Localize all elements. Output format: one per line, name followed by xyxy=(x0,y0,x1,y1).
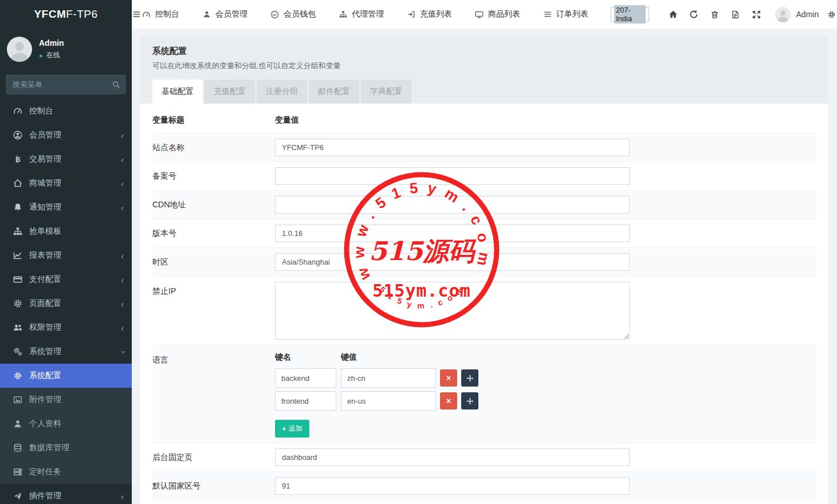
move-row-button[interactable] xyxy=(461,392,478,410)
topnav-item-agents[interactable]: 代理管理 xyxy=(338,9,384,19)
sidebar-menu: 控制台 会员管理 ‹ B 交易管理 ‹ 商城管理 ‹ 通知管理 ‹ 抢单模板 xyxy=(0,99,132,504)
chevron-left-icon: ‹ xyxy=(121,155,124,164)
topnav-right: 207-India Admin xyxy=(611,0,837,29)
sidebar-item-reports[interactable]: 报表管理 ‹ xyxy=(0,243,132,267)
sidebar: YFCMF-TP6 Admin ●在线 控制台 会员管理 ‹ B 交易管理 ‹ xyxy=(0,0,132,504)
move-icon xyxy=(465,373,475,383)
admin-name: Admin xyxy=(796,10,819,19)
brand-rest: F-TP6 xyxy=(66,8,97,21)
sidebar-item-cron[interactable]: 定时任务 xyxy=(0,460,132,484)
sidebar-item-plugins[interactable]: 插件管理 ‹ xyxy=(0,484,132,504)
search-button[interactable] xyxy=(107,76,125,93)
sidebar-item-permissions[interactable]: 权限管理 ‹ xyxy=(0,316,132,340)
clear-cache-button[interactable] xyxy=(725,0,746,29)
sidebar-item-trade[interactable]: B 交易管理 ‹ xyxy=(0,147,132,171)
main-content: 系统配置 可以在此增改系统的变量和分组,也可以自定义分组和变量 基础配置 充值配… xyxy=(132,29,837,504)
settings-button[interactable] xyxy=(824,0,837,29)
sidebar-item-grab-template[interactable]: 抢单模板 xyxy=(0,219,132,243)
tab-dict-config[interactable]: 字典配置 xyxy=(361,80,411,104)
database-icon xyxy=(13,443,22,452)
sidebar-item-profile[interactable]: 个人资料 xyxy=(0,412,132,436)
config-rows: 站点名称 备案号 CDN地址 版本号 时区 xyxy=(152,133,816,504)
site-code-box[interactable]: 207-India xyxy=(611,7,649,22)
panel-body: 变量标题 变量值 站点名称 备案号 CDN地址 版本号 xyxy=(140,104,828,504)
server-icon xyxy=(13,467,22,477)
delete-row-button[interactable]: × xyxy=(440,392,457,410)
gear-icon xyxy=(13,299,22,308)
admin-fixed-page-input[interactable] xyxy=(275,448,630,466)
tab-mail-config[interactable]: 邮件配置 xyxy=(309,80,359,104)
brand-bold: YFCM xyxy=(34,8,66,21)
page-title: 系统配置 xyxy=(152,46,816,57)
tab-basic-config[interactable]: 基础配置 xyxy=(152,80,203,104)
chevron-left-icon: ‹ xyxy=(121,492,124,501)
append-button[interactable]: +追加 xyxy=(275,420,309,438)
credit-card-icon xyxy=(13,275,22,284)
fullscreen-button[interactable] xyxy=(746,0,767,29)
version-input[interactable] xyxy=(275,225,630,242)
column-header-value: 变量值 xyxy=(275,115,299,125)
refresh-button[interactable] xyxy=(683,0,704,29)
svg-text:B: B xyxy=(15,156,21,164)
chevron-left-icon: ‹ xyxy=(121,324,124,332)
table-row: 版本号 xyxy=(152,219,816,247)
trash-button[interactable] xyxy=(704,0,725,29)
lang-key-input[interactable] xyxy=(275,368,336,388)
tab-recharge-config[interactable]: 充值配置 xyxy=(205,80,255,104)
site-name-input[interactable] xyxy=(275,139,630,156)
config-tabs: 基础配置 充值配置 注册分组 邮件配置 字典配置 xyxy=(152,80,816,104)
system-config-panel: 系统配置 可以在此增改系统的变量和分组,也可以自定义分组和变量 基础配置 充值配… xyxy=(140,37,828,504)
timezone-input[interactable] xyxy=(275,253,630,271)
lang-value-input[interactable] xyxy=(341,368,436,388)
delete-row-button[interactable]: × xyxy=(440,369,457,387)
banned-ip-textarea[interactable] xyxy=(275,282,630,340)
chevron-left-icon: ‹ xyxy=(121,131,124,140)
table-row: 禁止IP xyxy=(152,276,816,345)
sidebar-item-attachments[interactable]: 附件管理 xyxy=(0,388,132,412)
sidebar-item-system[interactable]: 系统管理 ‹ xyxy=(0,340,132,364)
topnav-item-orders[interactable]: 订单列表 xyxy=(543,9,588,19)
default-country-code-input[interactable] xyxy=(275,477,630,495)
lang-value-input[interactable] xyxy=(341,391,436,411)
sidebar-item-database[interactable]: 数据库管理 xyxy=(0,436,132,460)
sidebar-item-payment-config[interactable]: 支付配置 ‹ xyxy=(0,267,132,292)
topnav-item-dashboard[interactable]: 控制台 xyxy=(142,9,179,19)
admin-menu[interactable]: Admin xyxy=(775,7,819,22)
cc-circle-icon: cc xyxy=(270,10,280,19)
avatar xyxy=(7,37,32,62)
line-chart-icon xyxy=(13,251,22,260)
sidebar-item-mall[interactable]: 商城管理 ‹ xyxy=(0,171,132,195)
sidebar-item-notice[interactable]: 通知管理 ‹ xyxy=(0,195,132,219)
home-icon xyxy=(668,10,678,19)
lang-key-input[interactable] xyxy=(275,391,336,411)
topnav-item-products[interactable]: 商品列表 xyxy=(474,9,520,19)
cdn-url-input[interactable] xyxy=(275,196,630,214)
move-row-button[interactable] xyxy=(461,369,478,387)
dashboard-icon xyxy=(142,10,151,19)
hamburger-icon xyxy=(132,10,142,19)
field-label: 版本号 xyxy=(152,229,275,239)
topnav-item-wallet[interactable]: cc 会员钱包 xyxy=(270,9,316,19)
user-icon xyxy=(202,10,211,19)
field-label: 默认国家区号 xyxy=(152,481,275,491)
top-navbar: 控制台 会员管理 cc 会员钱包 代理管理 充值列表 商品列表 订单列表 207… xyxy=(132,0,837,29)
paper-plane-icon xyxy=(13,491,22,501)
key-header: 键名 xyxy=(275,352,341,363)
sidebar-item-dashboard[interactable]: 控制台 xyxy=(0,99,132,123)
brand-logo[interactable]: YFCMF-TP6 xyxy=(0,0,132,29)
tab-register-group[interactable]: 注册分组 xyxy=(257,80,307,104)
topnav-item-recharge[interactable]: 充值列表 xyxy=(406,9,452,19)
image-icon xyxy=(13,395,22,404)
sidebar-item-page-config[interactable]: 页面配置 ‹ xyxy=(0,292,132,316)
refresh-icon xyxy=(689,10,699,19)
x-icon: × xyxy=(446,396,451,405)
sidebar-item-members[interactable]: 会员管理 ‹ xyxy=(0,123,132,147)
user-status: ●在线 xyxy=(39,50,64,60)
user-name: Admin xyxy=(39,38,64,48)
sidebar-toggle-button[interactable] xyxy=(132,0,142,29)
icp-number-input[interactable] xyxy=(275,167,630,185)
sidebar-item-system-config[interactable]: 系统配置 xyxy=(0,364,132,388)
home-icon xyxy=(13,179,22,188)
home-button[interactable] xyxy=(663,0,683,29)
topnav-item-members[interactable]: 会员管理 xyxy=(202,9,247,19)
